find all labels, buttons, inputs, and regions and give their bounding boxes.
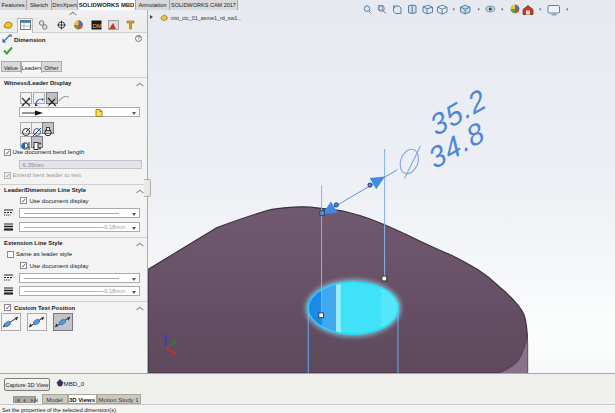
svg-text:DM: DM <box>93 23 102 29</box>
